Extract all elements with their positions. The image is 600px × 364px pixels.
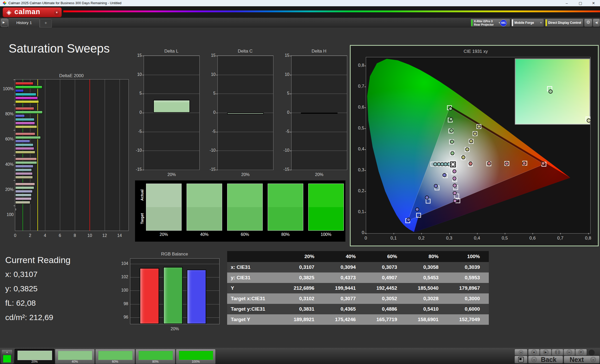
pattern-button-80%[interactable]: 80% [136, 349, 175, 364]
deltae-chart-title: DeltaE 2000 [59, 73, 84, 78]
play-button[interactable]: ▶ [540, 349, 552, 356]
mini-y-tick-label: 15 [132, 53, 142, 58]
cie-x-tick-label: 0,7 [555, 236, 566, 241]
mini-gridline [144, 113, 199, 113]
deltae-bar-magenta-100% [15, 96, 38, 100]
mini-y-tick [142, 170, 144, 170]
deltaC-chart-title: Delta C [238, 49, 253, 54]
cie-measured-red [541, 162, 545, 165]
pattern-button-label: 20% [15, 360, 54, 363]
deltae-group-label: 20% [0, 187, 14, 192]
cie-x-tick [588, 233, 589, 234]
cie-x-tick [421, 233, 422, 234]
minimize-icon[interactable]: – [561, 0, 573, 6]
stop-pattern-button[interactable] [514, 356, 528, 363]
swatch-actual-60% [227, 184, 263, 207]
cie-x-tick-label: 0,2 [416, 236, 427, 241]
deltae-gridline [105, 79, 105, 231]
close-icon[interactable]: ✕ [587, 0, 599, 6]
collapse-panel-button[interactable]: ◀ [593, 19, 600, 27]
table-cell: 0,5953 [447, 272, 489, 283]
cie-measured-magenta [453, 170, 456, 173]
deltae-y-tick [14, 180, 15, 181]
cie-x-tick [560, 233, 561, 234]
cie-measured-yellow [466, 148, 469, 151]
back-button[interactable]: « Back [528, 356, 563, 363]
swatch-actual-100% [308, 184, 344, 207]
meter-dropdown[interactable]: X-Rite i1Pro 3 Rear Projector ▼ 691 [470, 19, 510, 27]
mini-y-tick-label: 10 [279, 72, 289, 77]
display-control-dropdown[interactable]: Direct Display Control ▼ [545, 19, 584, 27]
pattern-chip [179, 351, 213, 360]
table-cell: 0,4886 [365, 304, 406, 314]
next-button-label: Next [570, 356, 584, 363]
table-cell: 0,3000 [447, 293, 489, 304]
pattern-button-60%[interactable]: 60% [95, 349, 135, 364]
tab-history-1[interactable]: History 1 [8, 18, 40, 27]
table-cell: 0,3039 [447, 262, 489, 272]
pattern-up-button[interactable]: ▲ [2, 350, 12, 355]
source-dropdown[interactable]: Mobile Forge ▼ [511, 19, 544, 27]
add-tab-button[interactable]: + [40, 19, 52, 27]
cie-measured-blue [434, 184, 438, 188]
transport-up-button[interactable]: ▲ [514, 349, 528, 356]
rgb-y-tick-label: 100 [118, 288, 128, 293]
table-cell: 152,7049 [447, 314, 489, 325]
chevron-down-icon: ▼ [579, 21, 582, 24]
calman-menu-dropdown-icon[interactable]: ▼ [54, 10, 59, 15]
cie-x-tick-label: 0,4 [472, 236, 483, 241]
pattern-button-100%[interactable]: 100% [176, 349, 216, 364]
cie-y-tick-label: 0,6 [353, 105, 364, 110]
next-button[interactable]: Next » [564, 356, 600, 363]
layout-expand-button[interactable]: ▶ [1, 19, 8, 27]
rgb-gridline [130, 264, 219, 264]
maximize-icon[interactable]: ▢ [574, 0, 586, 6]
continuous-button[interactable]: ∞ [563, 349, 575, 356]
refresh-button[interactable]: ⟳ [575, 349, 587, 356]
mini-y-tick [290, 94, 291, 94]
deltae-bar-magenta-40% [15, 172, 33, 175]
deltaL-bar [153, 100, 190, 113]
mini-y-tick-label: 15 [279, 53, 289, 58]
cie-y-tick-label: 0,5 [353, 126, 364, 131]
mini-y-tick-label: -15 [132, 167, 142, 172]
rainbow-strip [63, 10, 600, 12]
table-cell: 189,8921 [282, 314, 323, 325]
read-series-button[interactable]: [··] [552, 349, 563, 356]
meter-name: X-Rite i1Pro 3 [474, 20, 493, 23]
settings-button[interactable]: ⚙ [584, 19, 592, 27]
deltae-bar-yellow-40% [15, 176, 33, 179]
cie-measured-red [505, 162, 508, 165]
cie-measured-magenta [453, 177, 456, 180]
cie-measured-red [487, 162, 491, 165]
app-window: Calman 2025 Calman Ultimate for Business… [0, 0, 600, 364]
titlebar: Calman 2025 Calman Ultimate for Business… [0, 0, 600, 6]
swatch-target-40% [187, 207, 222, 231]
stop-button[interactable]: ■ [528, 349, 540, 356]
mini-y-tick [290, 170, 291, 170]
mini-y-tick-label: 0 [206, 110, 216, 115]
table-cell: 0,5410 [406, 304, 447, 314]
mini-y-tick [216, 132, 218, 132]
swatch-target-80% [268, 207, 303, 231]
swatch-target-20% [146, 207, 182, 231]
deltaL-chart-title: Delta L [164, 49, 178, 54]
deltae-chart: 02468101214100%80%60%40%20%100 [15, 79, 129, 231]
deltae-bar-blue-100% [15, 89, 24, 92]
deltae-gridline [75, 79, 75, 231]
mini-gridline [144, 75, 199, 75]
table-cell: 0,3825 [282, 272, 323, 283]
footer-bar: ▲ 20%40%60%80%100% ▲ ■▶[··]∞⟳ « Back Nex… [0, 348, 600, 364]
pattern-button-20%[interactable]: 20% [15, 349, 54, 364]
deltae-y-tick [14, 79, 15, 80]
mini-y-tick [142, 94, 144, 94]
meter-status-stripe [471, 19, 473, 26]
table-corner-cell [227, 251, 282, 262]
cie-x-tick [505, 233, 505, 234]
calman-menu-button[interactable]: ◈ calman ▼ [3, 7, 62, 17]
table-cell: 192,4452 [365, 283, 406, 293]
deltae-bar-magenta-60% [15, 147, 34, 150]
cie-panel[interactable]: CIE 1931 xy [350, 45, 599, 246]
pattern-button-40%[interactable]: 40% [55, 349, 95, 364]
mini-y-tick-label: 0 [132, 110, 142, 115]
